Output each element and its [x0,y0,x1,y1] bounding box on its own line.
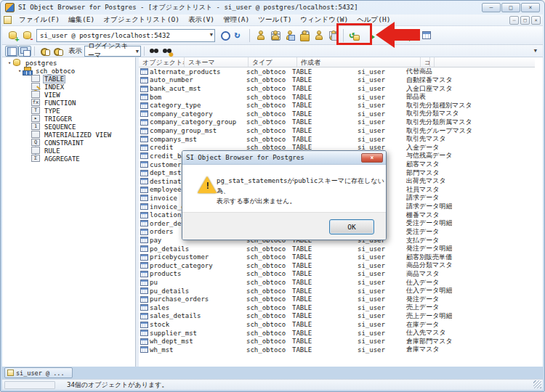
tree-node-label[interactable]: INDEX [43,83,65,91]
tree-node-label[interactable]: AGGREGATE [43,155,81,163]
table-row[interactable]: company_category_group sch_obtoco TABLE … [139,118,543,127]
tree-node-object-type[interactable]: T TYPE [2,107,135,115]
table-row[interactable]: pu_details sch_obtoco TABLE si_user 仕入デー… [139,287,543,295]
tree-node-object-type[interactable]: Σ AGGREGATE [2,155,135,163]
tree-node-label[interactable]: TABLE [43,75,65,83]
table-row[interactable]: supplier_mst sch_obtoco TABLE si_user 仕入… [139,329,543,338]
expander-icon[interactable]: ▾ [17,68,23,74]
column-header[interactable]: コメント [421,57,430,67]
schema-filter-combobox[interactable]: ログインスキーマ ▼ [84,46,141,57]
refresh-icon[interactable] [232,28,246,43]
object-filter-a-icon[interactable] [38,46,51,57]
cascade-windows-icon[interactable] [18,46,31,57]
table-row[interactable]: company_group_mst sch_obtoco TABLE si_us… [139,126,543,135]
column-header[interactable]: スキーマ [185,57,249,67]
menu-item[interactable]: ツール(T) [254,15,296,25]
toggle-tree-panel-icon[interactable] [5,46,18,57]
user-icon[interactable] [253,28,267,43]
table-row[interactable]: wh_dept_mst sch_obtoco TABLE si_user 倉庫部… [139,338,543,346]
menu-item[interactable]: 表示(V) [184,15,219,25]
connection-combobox[interactable]: si_user @ postgres/localhost:5432 ▼ [36,29,215,42]
table-row[interactable]: bank_acut_mst sch_obtoco TABLE si_user 入… [139,84,543,93]
table-row[interactable]: stock sch_obtoco TABLE si_user 在庫データ [139,320,543,329]
tree-node-object-type[interactable]: VIEW [2,91,135,99]
table-row[interactable]: pricebycustomer sch_obtoco TABLE si_user… [139,253,543,261]
resize-grip-icon[interactable] [533,380,541,388]
type-cell: TABLE [288,321,352,328]
table-icon [140,144,148,151]
user-session-icon[interactable] [282,28,296,43]
disconnect-db-icon[interactable]: - [20,28,34,43]
annotation-arrow-icon [374,20,422,49]
column-header[interactable]: タイプ [249,57,297,67]
table-row[interactable]: products sch_obtoco TABLE si_user 商品マスタ [139,270,543,279]
table-row[interactable]: companys_mst sch_obtoco TABLE si_user 取引… [139,135,543,144]
tree-node-label[interactable]: CONSTRAINT [43,139,85,147]
lock-icon[interactable] [296,28,311,43]
mdi-close-button[interactable]: × [531,16,541,25]
toolbar-overflow-icon[interactable]: ▼ [534,48,537,54]
mdi-restore-button[interactable]: □ [520,16,530,25]
mdi-background: si_user @ ... [2,367,543,379]
schema-cell: sch_obtoco [243,253,288,261]
menu-item[interactable]: 編集(E) [64,15,99,25]
tree-node-object-type[interactable]: TABLE [2,75,135,83]
connect-db-icon[interactable]: + [5,28,20,43]
table-row[interactable]: sales sch_obtoco TABLE si_user 売上データ [139,303,543,312]
table-row[interactable]: product_category sch_obtoco TABLE si_use… [139,261,543,270]
column-header[interactable] [430,57,435,67]
tree-node-label[interactable]: VIEW [43,91,62,99]
table-row[interactable]: alternate_products sch_obtoco TABLE si_u… [139,68,543,76]
tree-node-object-type[interactable]: fx FUNCTION [2,99,135,107]
menu-item[interactable]: オブジェクトリスト(O) [99,15,184,25]
creator-cell: si_user [352,304,401,311]
object-filter-b-icon[interactable] [51,46,64,57]
table-row[interactable]: wh_mst sch_obtoco TABLE si_user 倉庫マスタ [139,346,543,354]
table-row[interactable]: sales_details sch_obtoco TABLE si_user 売… [139,312,543,321]
mdi-child-system-icon[interactable] [4,16,12,24]
minimized-window-tab[interactable]: si_user @ ... [4,367,73,378]
tree-node-label[interactable]: TRIGGER [43,115,73,123]
tree-node-label[interactable]: sch_obtoco [34,68,76,75]
stop-icon[interactable] [217,28,232,43]
tree-node-label[interactable]: FUNCTION [43,99,77,107]
tree-node-label[interactable]: postgres [24,60,58,67]
menu-item[interactable]: ファイル(F) [15,15,64,25]
tree-node-label[interactable]: TYPE [43,107,62,115]
tree-node-object-type[interactable]: 1 SEQUENCE [2,123,135,131]
tree-node-label[interactable]: RULE [43,147,62,155]
dialog-close-button[interactable]: × [361,153,383,163]
schema-cell: sch_obtoco [243,287,288,295]
table-row[interactable]: bom sch_obtoco TABLE si_user 部品表 [139,93,543,102]
column-header[interactable]: オブジェクト名 [139,57,185,67]
table-row[interactable]: po_details sch_obtoco TABLE si_user 発注デー… [139,245,543,253]
table-row[interactable]: pu sch_obtoco TABLE si_user 仕入データ [139,278,543,287]
tree-node-object-type[interactable]: RULE [2,147,135,155]
tree-node-object-type[interactable]: INDEX [2,83,135,91]
find-icon[interactable] [148,46,161,57]
column-header[interactable]: 作成者 [297,57,421,67]
maximize-button[interactable]: □ [501,3,520,12]
tree-node-schema[interactable]: ▾ sch_obtoco [2,67,135,75]
tree-node-database[interactable]: ▾ postgres [2,59,135,67]
table-row[interactable]: category_type sch_obtoco TABLE si_user 取… [139,101,543,110]
tree-node-label[interactable]: SEQUENCE [43,123,77,131]
table-row[interactable]: auto_number sch_obtoco TABLE si_user 自動採… [139,76,543,85]
find-next-icon[interactable]: ● [161,46,174,57]
close-button[interactable]: × [521,3,540,12]
menu-item[interactable]: 管理(A) [219,15,254,25]
tree-node-object-type[interactable]: MATERIALIZED VIEW [2,131,135,139]
char: Q [31,139,41,147]
ok-button[interactable]: OK [329,219,374,234]
table-row[interactable]: purchase_orders sch_obtoco TABLE si_user… [139,295,543,303]
role-icon[interactable] [311,28,326,43]
index [31,83,41,91]
tree-node-label[interactable]: MATERIALIZED VIEW [43,131,113,139]
tree-node-object-type[interactable]: ▸ TRIGGER [2,115,135,123]
minimize-button[interactable]: – [482,3,501,12]
mdi-minimize-button[interactable]: – [509,16,519,25]
tree-node-object-type[interactable]: Q CONSTRAINT [2,139,135,147]
expander-icon[interactable]: ▾ [7,60,12,66]
sessions-icon[interactable] [267,28,282,43]
table-row[interactable]: company_category sch_obtoco TABLE si_use… [139,110,543,118]
